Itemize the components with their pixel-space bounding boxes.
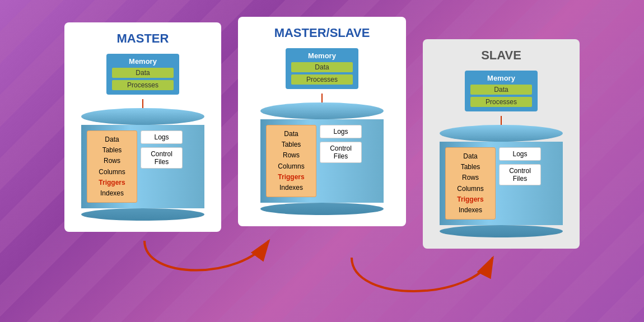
slave-control-files: ControlFiles	[499, 164, 541, 185]
slave-db-left: Data Tables Rows Columns Triggers Indexe…	[445, 147, 496, 220]
master-slave-cylinder-body: Data Tables Rows Columns Triggers Indexe…	[260, 119, 384, 203]
master-slave-cylinder-bottom	[260, 203, 384, 215]
master-slave-db-right: Logs ControlFiles	[320, 125, 362, 163]
master-memory-label: Memory	[129, 57, 157, 66]
slave-db-right: Logs ControlFiles	[499, 147, 541, 185]
master-control-files: ControlFiles	[141, 147, 183, 169]
slave-title: SLAVE	[481, 48, 521, 63]
slave-memory-box: Memory Data Processes	[465, 71, 538, 111]
master-connector	[142, 99, 143, 108]
master-slave-memory-box: Memory Data Processes	[286, 48, 358, 89]
master-slave-card: MASTER/SLAVE Memory Data Processes Data …	[238, 17, 406, 226]
slave-cylinder-top	[440, 125, 563, 142]
master-logs: Logs	[141, 130, 183, 144]
slave-memory-data: Data	[470, 85, 532, 95]
master-slave-connector	[321, 94, 323, 102]
master-slave-triggers: Triggers	[278, 173, 304, 181]
master-cylinder-top	[81, 108, 204, 125]
slave-memory-processes: Processes	[470, 97, 532, 107]
slave-cylinder-body: Data Tables Rows Columns Triggers Indexe…	[440, 142, 563, 225]
master-slave-memory-data: Data	[291, 62, 353, 72]
master-slave-logs: Logs	[320, 125, 362, 138]
master-title: MASTER	[117, 31, 169, 46]
master-card: MASTER Memory Data Processes Data Tables…	[64, 22, 221, 232]
master-memory-processes: Processes	[112, 80, 174, 90]
master-slave-cylinder-top	[260, 102, 384, 119]
master-cylinder-body: Data Tables Rows Columns Triggers Indexe…	[81, 125, 204, 208]
master-slave-db-left: Data Tables Rows Columns Triggers Indexe…	[266, 125, 316, 197]
master-db-right: Logs ControlFiles	[141, 130, 183, 169]
slave-card: SLAVE Memory Data Processes Data Tables …	[423, 39, 580, 249]
master-slave-memory-label: Memory	[308, 52, 336, 60]
master-db-left: Data Tables Rows Columns Triggers Indexe…	[87, 130, 137, 203]
slave-connector	[501, 116, 502, 125]
slave-triggers: Triggers	[457, 195, 483, 203]
master-slave-control-files: ControlFiles	[320, 142, 362, 163]
master-slave-title: MASTER/SLAVE	[274, 26, 370, 40]
slave-cylinder: Data Tables Rows Columns Triggers Indexe…	[440, 125, 563, 237]
master-slave-memory-processes: Processes	[291, 74, 353, 85]
master-memory-box: Memory Data Processes	[106, 54, 179, 95]
diagram-container: MASTER Memory Data Processes Data Tables…	[0, 0, 644, 322]
master-memory-data: Data	[112, 68, 174, 78]
master-cylinder-bottom	[81, 208, 204, 221]
slave-cylinder-bottom	[440, 225, 563, 237]
master-cylinder: Data Tables Rows Columns Triggers Indexe…	[81, 108, 204, 221]
master-slave-cylinder: Data Tables Rows Columns Triggers Indexe…	[260, 102, 384, 215]
master-triggers: Triggers	[99, 179, 125, 186]
slave-logs: Logs	[499, 147, 541, 161]
slave-memory-label: Memory	[487, 74, 515, 82]
